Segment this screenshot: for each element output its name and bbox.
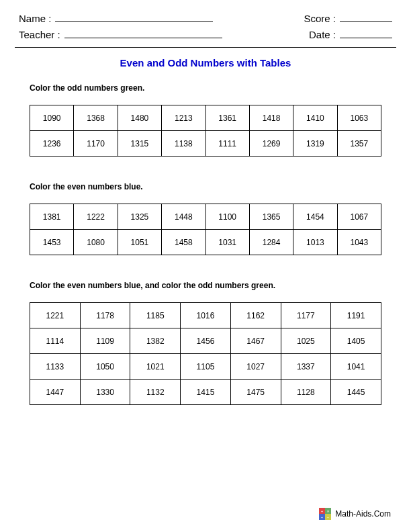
number-cell: 1025 <box>281 328 331 354</box>
section-instruction: Color the even numbers blue, and color t… <box>30 281 381 290</box>
number-table: 1381122213251448110013651454106714531080… <box>30 204 381 255</box>
date-label: Date : <box>309 29 336 40</box>
number-cell: 1021 <box>130 354 181 380</box>
number-cell: 1041 <box>331 354 381 380</box>
number-cell: 1063 <box>337 105 381 131</box>
number-cell: 1133 <box>30 354 81 380</box>
number-cell: 1177 <box>281 303 331 328</box>
number-cell: 1480 <box>118 105 161 131</box>
number-cell: 1132 <box>130 380 181 405</box>
number-cell: 1365 <box>249 204 293 230</box>
number-cell: 1361 <box>205 105 249 131</box>
number-cell: 1222 <box>74 204 118 230</box>
score-field-group: Score : <box>304 12 392 24</box>
table-row: 1221117811851016116211771191 <box>30 303 381 328</box>
worksheet-section: Color the even numbers blue.138112221325… <box>0 182 411 255</box>
number-cell: 1418 <box>249 105 293 131</box>
number-cell: 1415 <box>181 380 231 405</box>
name-field-group: Name : <box>19 12 213 24</box>
footer-site-label: Math-Aids.Com <box>335 509 391 519</box>
number-cell: 1454 <box>293 204 337 230</box>
number-cell: 1051 <box>118 230 161 255</box>
number-cell: 1111 <box>205 131 249 157</box>
number-cell: 1109 <box>80 328 130 354</box>
footer: + × ÷ − Math-Aids.Com <box>319 508 391 520</box>
number-cell: 1100 <box>205 204 249 230</box>
number-cell: 1027 <box>230 354 281 380</box>
number-cell: 1319 <box>293 131 337 157</box>
number-cell: 1382 <box>130 328 181 354</box>
number-cell: 1405 <box>331 328 381 354</box>
number-table: 1221117811851016116211771191111411091382… <box>30 302 381 405</box>
teacher-label: Teacher : <box>19 29 60 40</box>
table-row: 1133105010211105102713371041 <box>30 354 381 380</box>
number-cell: 1467 <box>230 328 281 354</box>
number-cell: 1456 <box>181 328 231 354</box>
number-cell: 1453 <box>30 230 74 255</box>
score-label: Score : <box>304 13 336 24</box>
teacher-blank-line <box>64 28 222 38</box>
teacher-field-group: Teacher : <box>19 28 222 40</box>
number-cell: 1213 <box>162 105 205 131</box>
header-divider <box>15 47 396 48</box>
number-cell: 1269 <box>249 131 293 157</box>
number-cell: 1067 <box>337 204 381 230</box>
number-cell: 1236 <box>30 131 74 157</box>
number-table: 1090136814801213136114181410106312361170… <box>30 105 381 157</box>
number-cell: 1381 <box>30 204 74 230</box>
svg-text:×: × <box>327 509 330 513</box>
section-instruction: Color the odd numbers green. <box>30 83 381 93</box>
number-cell: 1050 <box>80 354 130 380</box>
number-cell: 1138 <box>162 131 205 157</box>
table-row: 14531080105114581031128410131043 <box>30 230 381 255</box>
number-cell: 1043 <box>337 230 381 255</box>
name-label: Name : <box>19 13 51 24</box>
table-row: 1447133011321415147511281445 <box>30 380 381 405</box>
number-cell: 1178 <box>80 303 130 328</box>
table-row: 13811222132514481100136514541067 <box>30 204 381 230</box>
table-row: 12361170131511381111126913191357 <box>30 131 381 157</box>
worksheet-header: Name : Score : Teacher : Date : <box>0 0 411 40</box>
math-aids-icon: + × ÷ − <box>319 508 331 520</box>
table-row: 10901368148012131361141814101063 <box>30 105 381 131</box>
number-cell: 1447 <box>30 380 81 405</box>
number-cell: 1031 <box>205 230 249 255</box>
number-cell: 1357 <box>337 131 381 157</box>
number-cell: 1162 <box>230 303 281 328</box>
number-cell: 1105 <box>181 354 231 380</box>
number-cell: 1445 <box>331 380 381 405</box>
table-row: 1114110913821456146710251405 <box>30 328 381 354</box>
number-cell: 1458 <box>162 230 205 255</box>
number-cell: 1185 <box>130 303 181 328</box>
number-cell: 1475 <box>230 380 281 405</box>
number-cell: 1013 <box>293 230 337 255</box>
svg-text:−: − <box>327 515 330 519</box>
name-blank-line <box>55 12 213 22</box>
number-cell: 1325 <box>118 204 161 230</box>
date-blank-line <box>340 28 392 38</box>
number-cell: 1337 <box>281 354 331 380</box>
number-cell: 1128 <box>281 380 331 405</box>
header-row-2: Teacher : Date : <box>19 28 392 40</box>
worksheet-section: Color the even numbers blue, and color t… <box>0 281 411 405</box>
number-cell: 1016 <box>181 303 231 328</box>
section-instruction: Color the even numbers blue. <box>30 182 381 191</box>
svg-text:+: + <box>321 509 324 513</box>
worksheet-section: Color the odd numbers green.109013681480… <box>0 83 411 157</box>
number-cell: 1114 <box>30 328 81 354</box>
score-blank-line <box>340 12 392 22</box>
date-field-group: Date : <box>309 28 392 40</box>
number-cell: 1221 <box>30 303 81 328</box>
number-cell: 1170 <box>74 131 118 157</box>
number-cell: 1410 <box>293 105 337 131</box>
number-cell: 1330 <box>80 380 130 405</box>
number-cell: 1284 <box>249 230 293 255</box>
number-cell: 1080 <box>74 230 118 255</box>
number-cell: 1191 <box>331 303 381 328</box>
number-cell: 1368 <box>74 105 118 131</box>
number-cell: 1315 <box>118 131 161 157</box>
worksheet-title: Even and Odd Numbers with Tables <box>0 57 411 69</box>
number-cell: 1090 <box>30 105 74 131</box>
header-row-1: Name : Score : <box>19 12 392 24</box>
number-cell: 1448 <box>162 204 205 230</box>
